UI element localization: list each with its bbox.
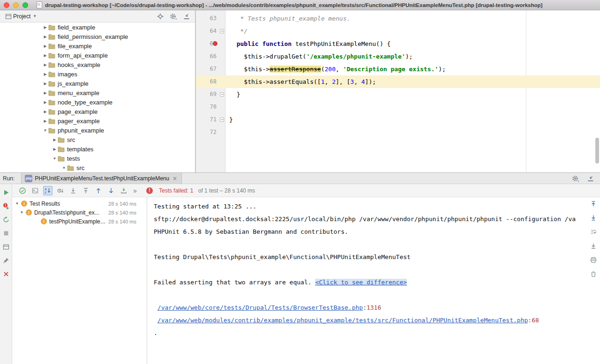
project-tree-item[interactable]: ▶pager_example <box>0 116 195 126</box>
down-stack-trace-icon[interactable] <box>589 213 598 223</box>
print-icon[interactable] <box>589 255 598 265</box>
project-tree-item[interactable]: ▼phpunit_example <box>0 126 195 135</box>
code-line[interactable]: 63 * Tests phpunit_example menus. <box>196 12 600 25</box>
code-line[interactable]: 71} <box>196 113 600 126</box>
chevron-right-icon[interactable]: ▶ <box>42 53 48 58</box>
code-line[interactable]: 69 } <box>196 88 600 101</box>
chevron-down-icon[interactable]: ▼ <box>42 128 48 133</box>
fold-marker-icon[interactable] <box>220 118 224 122</box>
code-line[interactable]: 70 <box>196 101 600 113</box>
project-item-label: field_example <box>58 24 95 31</box>
project-item-label: templates <box>67 146 93 153</box>
console-link[interactable]: /var/www/web/modules/contrib/examples/ph… <box>158 317 528 324</box>
soft-wrap-icon[interactable] <box>589 227 598 237</box>
folder-icon <box>48 62 57 68</box>
code-line[interactable]: 66 $this->drupalGet('/examples/phpunit-e… <box>196 50 600 63</box>
stop-icon[interactable] <box>1 229 11 238</box>
close-tab-icon[interactable] <box>172 175 178 182</box>
close-icon[interactable] <box>1 269 11 279</box>
svg-text:z: z <box>45 191 46 194</box>
chevron-right-icon[interactable]: ▶ <box>42 91 48 95</box>
next-failed-test-icon[interactable] <box>106 186 116 195</box>
expand-all-icon[interactable] <box>68 186 78 195</box>
project-tree-item[interactable]: ▼tests <box>0 154 195 163</box>
project-tree-item[interactable]: ▶file_example <box>0 41 195 51</box>
chevron-right-icon[interactable]: ▶ <box>42 25 48 30</box>
console-link[interactable]: <Click to see difference> <box>315 279 407 286</box>
code-line[interactable]: 65 public function testPhpUnitExampleMen… <box>196 37 600 50</box>
fold-marker-icon[interactable] <box>220 92 224 97</box>
previous-failed-test-icon[interactable] <box>94 186 103 195</box>
toggle-auto-test-icon[interactable] <box>1 215 11 224</box>
project-tree-item[interactable]: ▶node_type_example <box>0 97 195 107</box>
test-tree-item[interactable]: ▼!Drupal\Tests\phpunit_ex...28 s 140 ms <box>12 208 147 217</box>
code-line[interactable]: 68 $this->assertEquals([1, 2], [3, 4]); <box>196 75 600 88</box>
clear-console-icon[interactable] <box>589 269 598 279</box>
close-window-button[interactable] <box>4 2 9 8</box>
scroll-from-source-icon[interactable] <box>156 12 165 21</box>
project-tab-label[interactable]: Project <box>13 13 30 20</box>
project-tree-item[interactable]: ▶field_permission_example <box>0 32 195 41</box>
code-line[interactable]: 67 $this->assertResponse(200, 'Descripti… <box>196 63 600 75</box>
pin-tab-icon[interactable] <box>1 256 11 265</box>
chevron-down-icon[interactable]: ▼ <box>19 210 25 215</box>
project-tree-item[interactable]: ▶src <box>0 135 195 144</box>
chevron-right-icon[interactable]: ▶ <box>42 44 48 48</box>
more-actions-icon[interactable]: » <box>132 186 138 195</box>
import-test-results-icon[interactable] <box>119 186 128 195</box>
chevron-down-icon[interactable]: ▼ <box>33 14 37 18</box>
project-tree-item[interactable]: ▶hooks_example <box>0 60 195 69</box>
project-tree-item[interactable]: ▶templates <box>0 144 195 154</box>
rerun-tests-icon[interactable] <box>1 188 11 197</box>
chevron-right-icon[interactable]: ▶ <box>52 147 58 151</box>
console-output[interactable]: Testing started at 13:25 ...sftp://docke… <box>149 197 587 364</box>
console-text: PHPUnit 6.5.8 by Sebastian Bergmann and … <box>154 228 348 235</box>
settings-gear-icon[interactable] <box>169 12 178 21</box>
show-console-output-icon[interactable] <box>30 186 40 195</box>
editor-scrollbar[interactable] <box>595 138 599 163</box>
minimize-window-button[interactable] <box>13 2 19 8</box>
chevron-down-icon[interactable]: ▼ <box>14 201 20 206</box>
project-tree-item[interactable]: ▶js_example <box>0 79 195 88</box>
test-tree-item[interactable]: ▼!Test Results28 s 140 ms <box>12 199 147 208</box>
project-tree-item[interactable]: ▶images <box>0 69 195 79</box>
scroll-to-end-icon[interactable] <box>589 241 598 251</box>
sort-by-duration-icon[interactable] <box>56 186 65 195</box>
test-failed-gutter-icon[interactable] <box>213 41 218 46</box>
fold-marker-icon[interactable] <box>220 29 224 33</box>
hide-panel-icon[interactable] <box>586 174 595 183</box>
chevron-right-icon[interactable]: ▶ <box>52 138 58 142</box>
chevron-right-icon[interactable]: ▶ <box>42 72 48 76</box>
hide-passed-icon[interactable] <box>18 186 27 195</box>
hide-panel-icon[interactable] <box>182 12 191 21</box>
project-tree-item[interactable]: ▶form_api_example <box>0 51 195 60</box>
chevron-right-icon[interactable]: ▶ <box>42 35 48 39</box>
code-line[interactable]: 72 <box>196 126 600 139</box>
collapse-all-icon[interactable] <box>81 186 90 195</box>
code-editor[interactable]: 63 * Tests phpunit_example menus.64 */65… <box>195 10 600 172</box>
project-tree-item[interactable]: ▼src <box>0 163 195 172</box>
chevron-right-icon[interactable]: ▶ <box>42 82 48 86</box>
test-tree-item[interactable]: !testPhpUnitExampleM...28 s 140 ms <box>12 217 147 226</box>
rerun-failed-tests-icon[interactable] <box>1 201 11 211</box>
project-tree-item[interactable]: ▶field_example <box>0 22 195 32</box>
project-tree-item[interactable]: ▶menu_example <box>0 88 195 97</box>
code-line[interactable]: 64 */ <box>196 25 600 37</box>
chevron-right-icon[interactable]: ▶ <box>42 119 48 123</box>
console-line: Failed asserting that two arrays are equ… <box>154 276 587 289</box>
sort-alphabetically-icon[interactable]: az <box>43 186 52 195</box>
run-tab[interactable]: php PHPUnitExampleMenuTest.testPhpUnitEx… <box>21 173 182 184</box>
restore-layout-icon[interactable] <box>1 242 11 252</box>
php-file-icon: php <box>25 175 32 182</box>
up-stack-trace-icon[interactable] <box>589 199 598 208</box>
chevron-right-icon[interactable]: ▶ <box>42 63 48 67</box>
zoom-window-button[interactable] <box>22 2 28 8</box>
settings-gear-icon[interactable] <box>571 174 580 183</box>
console-line: /var/www/web/core/tests/Drupal/Tests/Bro… <box>154 301 587 314</box>
chevron-right-icon[interactable]: ▶ <box>42 110 48 114</box>
project-tree-item[interactable]: ▶page_example <box>0 107 195 116</box>
chevron-down-icon[interactable]: ▼ <box>52 156 58 161</box>
chevron-right-icon[interactable]: ▶ <box>42 100 48 104</box>
console-link[interactable]: /var/www/web/core/tests/Drupal/Tests/Bro… <box>158 304 363 311</box>
chevron-down-icon[interactable]: ▼ <box>61 166 67 170</box>
